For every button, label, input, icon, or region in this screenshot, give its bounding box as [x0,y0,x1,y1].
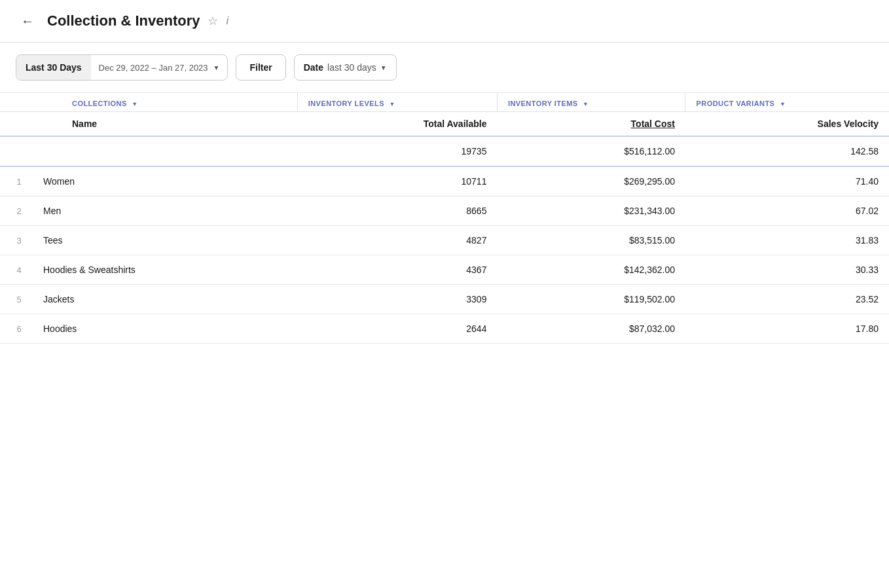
totals-row: 19735 $516,112.00 142.58 [0,136,889,166]
row-available-cell: 10711 [297,166,497,196]
row-name-cell: Hoodies & Sweatshirts [33,255,297,285]
row-velocity-cell: 31.83 [685,226,889,255]
page-title: Collection & Inventory [47,12,200,29]
row-velocity-cell: 17.80 [685,314,889,344]
page-header: ← Collection & Inventory ☆ i [0,0,889,43]
row-velocity-cell: 67.02 [685,196,889,226]
row-velocity-cell: 23.52 [685,285,889,314]
row-name-cell: Women [33,166,297,196]
row-cost-cell: $142,362.00 [497,255,685,285]
data-table-container: COLLECTIONS ▼ INVENTORY LEVELS ▼ INVENTO… [0,93,889,344]
inventory-levels-sort-icon: ▼ [389,101,395,107]
column-sub-header-row: Name Total Available Total Cost Sales Ve… [0,112,889,137]
table-row: 4 Hoodies & Sweatshirts 4367 $142,362.00… [0,255,889,285]
name-sub-header: Name [33,112,297,137]
row-available-cell: 8665 [297,196,497,226]
row-name-cell: Tees [33,226,297,255]
inventory-items-group-header[interactable]: INVENTORY ITEMS ▼ [497,93,685,112]
filter-button[interactable]: Filter [236,54,285,81]
back-button[interactable]: ← [16,12,39,30]
date-filter-dropdown-arrow: ▼ [380,64,387,71]
table-row: 5 Jackets 3309 $119,502.00 23.52 [0,285,889,314]
toolbar: Last 30 Days Dec 29, 2022 – Jan 27, 2023… [0,43,889,93]
row-rank-cell: 3 [0,226,33,255]
row-rank-cell: 4 [0,255,33,285]
row-available-cell: 3309 [297,285,497,314]
row-cost-cell: $269,295.00 [497,166,685,196]
total-cost-sub-header: Total Cost [497,112,685,137]
row-velocity-cell: 30.33 [685,255,889,285]
info-icon[interactable]: i [226,14,228,28]
sales-velocity-sub-header: Sales Velocity [685,112,889,137]
star-icon[interactable]: ☆ [208,14,218,28]
row-available-cell: 4827 [297,226,497,255]
inventory-items-sort-icon: ▼ [583,101,589,107]
totals-available-cell: 19735 [297,136,497,166]
date-filter-value: last 30 days [327,62,376,73]
collections-group-header[interactable]: COLLECTIONS ▼ [33,93,297,112]
date-range-value: Dec 29, 2022 – Jan 27, 2023 ▼ [91,63,228,73]
date-filter-prefix: Date [304,62,323,73]
date-range-button[interactable]: Last 30 Days Dec 29, 2022 – Jan 27, 2023… [16,54,228,81]
row-available-cell: 2644 [297,314,497,344]
column-group-header-row: COLLECTIONS ▼ INVENTORY LEVELS ▼ INVENTO… [0,93,889,112]
inventory-levels-group-header[interactable]: INVENTORY LEVELS ▼ [297,93,497,112]
date-filter-button[interactable]: Date last 30 days ▼ [294,54,397,81]
collections-sort-icon: ▼ [132,101,137,107]
date-range-dropdown-arrow: ▼ [213,64,220,71]
row-name-cell: Hoodies [33,314,297,344]
totals-cost-cell: $516,112.00 [497,136,685,166]
row-rank-cell: 5 [0,285,33,314]
row-rank-cell: 6 [0,314,33,344]
row-cost-cell: $87,032.00 [497,314,685,344]
row-available-cell: 4367 [297,255,497,285]
row-name-cell: Jackets [33,285,297,314]
row-cost-cell: $119,502.00 [497,285,685,314]
totals-velocity-cell: 142.58 [685,136,889,166]
totals-rank-cell [0,136,33,166]
table-row: 2 Men 8665 $231,343.00 67.02 [0,196,889,226]
row-name-cell: Men [33,196,297,226]
table-row: 1 Women 10711 $269,295.00 71.40 [0,166,889,196]
row-num-header-spacer [0,93,33,112]
date-preset-label: Last 30 Days [16,55,91,80]
data-table: COLLECTIONS ▼ INVENTORY LEVELS ▼ INVENTO… [0,93,889,344]
table-row: 3 Tees 4827 $83,515.00 31.83 [0,226,889,255]
totals-name-cell [33,136,297,166]
product-variants-sort-icon: ▼ [780,101,786,107]
row-rank-cell: 1 [0,166,33,196]
total-available-sub-header: Total Available [297,112,497,137]
product-variants-group-header[interactable]: PRODUCT VARIANTS ▼ [685,93,889,112]
row-rank-cell: 2 [0,196,33,226]
table-row: 6 Hoodies 2644 $87,032.00 17.80 [0,314,889,344]
row-num-sub-spacer [0,112,33,137]
row-cost-cell: $83,515.00 [497,226,685,255]
row-cost-cell: $231,343.00 [497,196,685,226]
row-velocity-cell: 71.40 [685,166,889,196]
